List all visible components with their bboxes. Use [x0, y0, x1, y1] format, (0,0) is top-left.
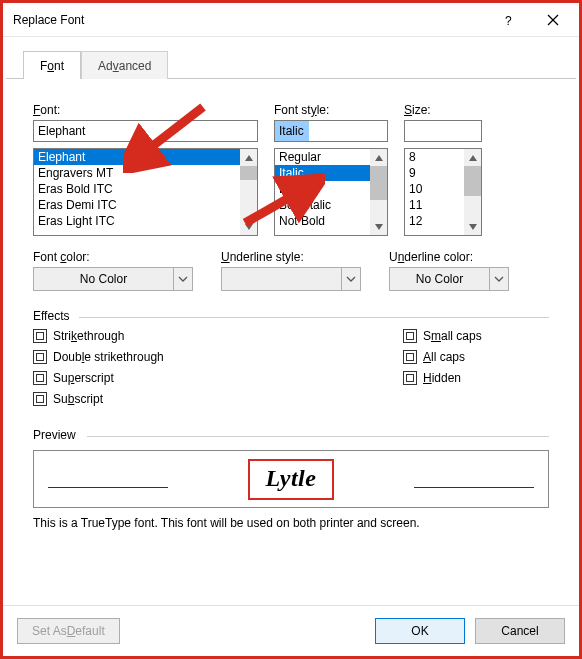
size-list[interactable]: 8 9 10 11 12: [404, 148, 482, 236]
preview-baseline-right: [414, 487, 534, 488]
svg-marker-8: [245, 224, 253, 230]
font-color-value: No Color: [33, 267, 173, 291]
cancel-button[interactable]: Cancel: [475, 618, 565, 644]
scroll-up-icon[interactable]: [240, 149, 257, 166]
superscript-checkbox[interactable]: Superscript: [33, 371, 403, 385]
font-style-label: Font style:: [274, 103, 388, 117]
scroll-up-icon[interactable]: [370, 149, 387, 166]
preview-text: Lytle: [266, 465, 317, 491]
list-item[interactable]: Italic: [275, 165, 370, 181]
size-input[interactable]: [404, 120, 482, 142]
list-item[interactable]: Not Bold: [275, 213, 370, 229]
small-caps-checkbox[interactable]: Small caps: [403, 329, 482, 343]
hidden-checkbox[interactable]: Hidden: [403, 371, 482, 385]
scroll-down-icon[interactable]: [240, 218, 257, 235]
svg-marker-10: [375, 224, 383, 230]
checkbox-label: Strikethrough: [53, 329, 124, 343]
font-label: Font:: [33, 103, 258, 117]
dialog-content: Font: Elephant Engravers MT Eras Bold IT…: [3, 79, 579, 605]
font-color-label: Font color:: [33, 250, 193, 264]
replace-font-dialog: Replace Font ? Font Advanced Font: Eleph…: [0, 0, 582, 659]
checkbox-icon: [33, 329, 47, 343]
list-item[interactable]: Elephant: [34, 149, 240, 165]
style-list-scrollbar[interactable]: [370, 149, 387, 235]
tab-strip: Font Advanced: [23, 51, 579, 79]
preview-description: This is a TrueType font. This font will …: [33, 516, 549, 530]
preview-baseline-left: [48, 487, 168, 488]
list-item[interactable]: 11: [405, 197, 464, 213]
scroll-down-icon[interactable]: [370, 218, 387, 235]
underline-color-label: Underline color:: [389, 250, 509, 264]
underline-style-label: Underline style:: [221, 250, 361, 264]
scroll-up-icon[interactable]: [464, 149, 481, 166]
list-item[interactable]: 12: [405, 213, 464, 229]
chevron-down-icon[interactable]: [489, 267, 509, 291]
scroll-down-icon[interactable]: [464, 218, 481, 235]
tab-advanced[interactable]: Advanced: [81, 51, 168, 79]
list-item[interactable]: 8: [405, 149, 464, 165]
font-style-input[interactable]: [274, 120, 388, 142]
list-item[interactable]: Bold Italic: [275, 197, 370, 213]
svg-marker-11: [469, 155, 477, 161]
preview-highlight: Lytle: [248, 459, 335, 500]
checkbox-icon: [403, 329, 417, 343]
checkbox-icon: [33, 392, 47, 406]
svg-marker-12: [469, 224, 477, 230]
list-item[interactable]: 9: [405, 165, 464, 181]
checkbox-label: Small caps: [423, 329, 482, 343]
underline-style-value: [221, 267, 341, 291]
svg-text:?: ?: [505, 14, 512, 27]
strikethrough-checkbox[interactable]: Strikethrough: [33, 329, 403, 343]
close-button[interactable]: [531, 6, 575, 34]
ok-button[interactable]: OK: [375, 618, 465, 644]
checkbox-label: Double strikethrough: [53, 350, 164, 364]
button-bar: Set As Default OK Cancel: [3, 605, 579, 656]
subscript-checkbox[interactable]: Subscript: [33, 392, 403, 406]
checkbox-label: Subscript: [53, 392, 103, 406]
list-item[interactable]: 10: [405, 181, 464, 197]
titlebar: Replace Font ?: [3, 3, 579, 37]
font-style-list[interactable]: Regular Italic Bold Bold Italic Not Bold: [274, 148, 388, 236]
list-item[interactable]: Regular: [275, 149, 370, 165]
double-strikethrough-checkbox[interactable]: Double strikethrough: [33, 350, 403, 364]
list-item[interactable]: Engravers MT: [34, 165, 240, 181]
checkbox-label: All caps: [423, 350, 465, 364]
font-color-combo[interactable]: No Color: [33, 267, 193, 291]
list-item[interactable]: Eras Bold ITC: [34, 181, 240, 197]
effects-group-label: Effects: [33, 309, 549, 323]
size-label: Size:: [404, 103, 482, 117]
help-button[interactable]: ?: [487, 6, 531, 34]
list-item[interactable]: Bold: [275, 181, 370, 197]
preview-box: Lytle: [33, 450, 549, 508]
underline-color-combo[interactable]: No Color: [389, 267, 509, 291]
tab-font[interactable]: Font: [23, 51, 81, 79]
font-list-scrollbar[interactable]: [240, 149, 257, 235]
list-item[interactable]: Eras Light ITC: [34, 213, 240, 229]
checkbox-label: Hidden: [423, 371, 461, 385]
svg-marker-9: [375, 155, 383, 161]
underline-style-combo[interactable]: [221, 267, 361, 291]
dialog-title: Replace Font: [13, 13, 487, 27]
font-input[interactable]: [33, 120, 258, 142]
font-list[interactable]: Elephant Engravers MT Eras Bold ITC Eras…: [33, 148, 258, 236]
list-item[interactable]: Eras Demi ITC: [34, 197, 240, 213]
svg-marker-7: [245, 155, 253, 161]
size-list-scrollbar[interactable]: [464, 149, 481, 235]
checkbox-icon: [33, 350, 47, 364]
all-caps-checkbox[interactable]: All caps: [403, 350, 482, 364]
checkbox-icon: [33, 371, 47, 385]
preview-group-label: Preview: [33, 428, 549, 442]
underline-color-value: No Color: [389, 267, 489, 291]
chevron-down-icon[interactable]: [341, 267, 361, 291]
checkbox-icon: [403, 371, 417, 385]
chevron-down-icon[interactable]: [173, 267, 193, 291]
checkbox-icon: [403, 350, 417, 364]
set-as-default-button[interactable]: Set As Default: [17, 618, 120, 644]
checkbox-label: Superscript: [53, 371, 114, 385]
